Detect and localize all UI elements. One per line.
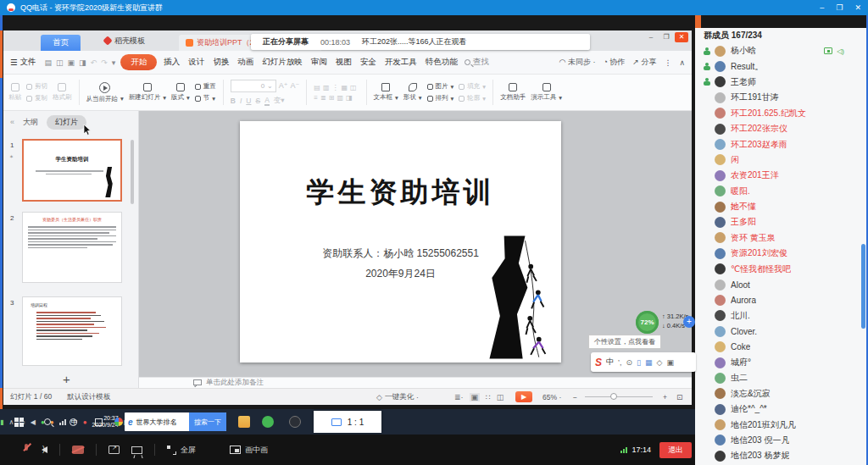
grow-font-button[interactable]: A⁺ [279,81,288,90]
slide-thumbnail-2[interactable]: 资助委员（生活委员兼任）职责 [22,212,122,283]
quick-add-button[interactable]: + [683,316,695,328]
member-row[interactable]: 暖阳. ◁) [695,184,868,199]
bold-button[interactable]: B [231,97,236,105]
member-row[interactable]: 环工201.625.纪凯文 ◁) [695,106,868,121]
wps-restore-button[interactable]: ❐ [659,32,673,42]
member-row[interactable]: Clover. ◁) [695,324,868,339]
strike-button[interactable]: S [255,97,260,105]
security-tray-icon[interactable]: ● [83,418,87,426]
member-scrollbar[interactable] [861,244,865,329]
menu-item[interactable]: 切换 [211,55,231,69]
member-row[interactable]: ℃怪我都怪我吧 ◁) [695,261,868,276]
menu-item[interactable]: 动画 [236,55,255,69]
file-menu[interactable]: ☰ 文件 [10,57,36,68]
close-button[interactable]: ✕ [854,3,861,12]
zoom-level[interactable]: 65% · [542,393,561,401]
current-slide[interactable]: 学生资助培训 资助联系人：杨小晗 15255062551 2020年9月24日 [240,121,561,363]
add-slide-button[interactable]: + [63,372,70,386]
whiteboard-icon[interactable] [131,446,142,454]
arrange-button[interactable]: 排列▾ [427,94,454,102]
bullet-list-icons[interactable]: ▤▥⋮▦◫ [314,84,359,91]
notes-bar[interactable]: 单击此处添加备注 [139,377,692,388]
print-icon[interactable]: ▣ [68,58,75,67]
slide-thumbnail-1[interactable]: 学生资助培训 [22,139,122,202]
member-row[interactable]: 资源201刘宏俊 ◁) [695,246,868,261]
voice-input-icon[interactable]: ▯ [637,358,641,367]
reset-button[interactable]: 重置 [195,82,216,91]
menu-item[interactable]: 开发工具 [383,55,419,69]
collapse-ribbon-icon[interactable]: ∧ [679,58,685,67]
slides-tab[interactable]: 幻灯片 [47,115,86,130]
emoji-icon[interactable]: ⊙ [626,358,633,367]
font-size-input[interactable]: 0 ⌄ [231,80,276,92]
text-effect-button[interactable]: 变▾ [274,96,285,106]
usb-tray-icon[interactable]: ▮ [0,418,3,426]
punctuation-icon[interactable]: ’, [618,358,622,367]
zoom-in-button[interactable]: + [663,393,667,401]
output-icon[interactable]: ◫ [56,58,64,67]
menu-item[interactable]: 安全 [359,55,378,69]
pinned-app-icon[interactable] [287,409,303,435]
more-menu-icon[interactable]: ⋮ [664,58,671,67]
italic-button[interactable]: I [240,97,242,105]
align-icons[interactable]: ≡≣⊞▥◨ [314,94,359,102]
notes-view-icon[interactable]: ≣· [454,393,464,401]
menu-item[interactable]: 审阅 [309,55,329,69]
save-icon[interactable]: ▤ [45,58,53,67]
member-row[interactable]: 环工203赵孝雨 ◁) [695,136,868,152]
sync-status[interactable]: ◠ 未同步 · [559,57,596,68]
menu-item[interactable]: 插入 [162,55,181,69]
member-row[interactable]: 地信203 杨梦妮 ◁) [695,448,868,463]
volume-icon[interactable]: ◀ [31,418,36,426]
customize-caret-icon[interactable]: ▾ [112,58,116,67]
member-row[interactable]: 闲 ◁) [695,152,868,168]
presenter-tools-button[interactable]: 演示工具▾ [531,77,562,108]
pip-button[interactable]: 画中画 [230,445,268,456]
slideshow-play-button[interactable]: ▶ [515,391,532,402]
cut-button[interactable]: 剪切 [26,82,47,91]
menu-item[interactable]: 视图 [334,55,353,69]
undo-icon[interactable]: ↶ [91,58,97,67]
slide-thumbnail-3[interactable]: 培训日程 [22,296,122,366]
member-row[interactable]: 环工191甘涛 ◁) [695,90,868,105]
member-row[interactable]: 她不懂 ◁) [695,199,868,214]
zoom-slider-knob[interactable] [610,393,617,400]
member-row[interactable]: 迪伦*^_^* ◁) [695,401,868,417]
textbox-button[interactable]: 文本框▾ [374,77,398,108]
member-row[interactable]: 环工202张宗仪 ◁) [695,121,868,136]
cortana-icon[interactable] [63,409,83,435]
outline-tab[interactable]: 大纲 [23,117,38,128]
skin-icon[interactable]: ◇ [657,358,663,367]
member-row[interactable]: Result。 ◁) [695,58,868,74]
tab-home[interactable]: 首页 [41,35,81,51]
minimize-button[interactable]: – [820,3,824,12]
member-row[interactable]: Aloot ◁) [695,277,868,292]
pinned-app-icon[interactable] [259,409,276,435]
camera-muted-icon[interactable] [72,446,84,454]
toolbox-icon[interactable]: ▣ [666,358,674,367]
menu-item[interactable]: 设计 [186,55,206,69]
member-row[interactable]: 地信203 倪一凡 ◁) [695,433,868,448]
wps-close-button[interactable]: ✕ [675,32,688,42]
microphone-muted-icon[interactable] [22,444,30,456]
play-from-current-button[interactable]: 从当前开始▾ [86,77,124,108]
member-row[interactable]: 虫二 ◁) [695,370,868,385]
zoom-out-button[interactable]: − [573,393,577,401]
exit-call-button[interactable]: 退出 [659,442,692,458]
find-control[interactable]: 查找 [465,57,489,68]
redo-icon[interactable]: ↷ [101,58,108,67]
wps-minimize-button[interactable]: – [644,32,658,42]
share-screen-icon[interactable] [108,446,120,454]
member-row[interactable]: 王老师 ◁) [695,75,868,90]
design-template-label[interactable]: 默认设计模板 [67,392,110,402]
underline-button[interactable]: U [246,97,251,105]
fit-screen-icon[interactable]: ⊡ [676,393,683,401]
optimizer-ball[interactable]: 72% [636,311,659,334]
member-row[interactable]: Aurora ◁) [695,292,868,307]
member-row[interactable]: 资环 黄玉泉 ◁) [695,230,868,246]
menu-item[interactable]: 特色功能 [424,55,459,69]
new-slide-button[interactable]: 新建幻灯片▾ [129,77,166,108]
taskbar-search-box[interactable]: e 世界大学排名 搜索一下 [125,412,226,431]
paste-button[interactable]: 粘贴 [8,77,21,108]
font-color-button[interactable]: A [264,96,270,106]
